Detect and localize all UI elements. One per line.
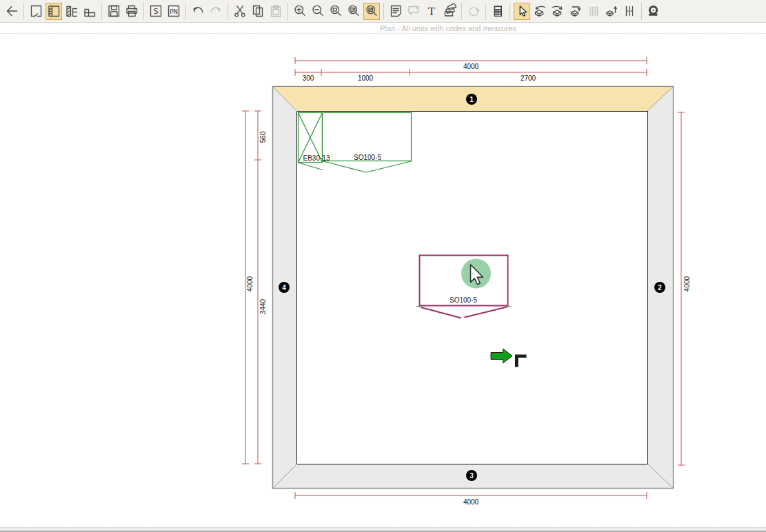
plan-view-button[interactable] [46,3,62,20]
cut-button[interactable] [232,3,248,20]
toolbar-separator [461,3,462,20]
distribute-button[interactable] [621,3,638,20]
elevation-view-button[interactable] [63,3,80,20]
dimension-top: 4000 300 1000 2700 [295,57,647,82]
schematic-button[interactable]: S [148,3,164,20]
toolbar-separator [288,3,288,20]
comment-button[interactable] [405,3,422,20]
dimension-label: 3440 [259,298,267,314]
copy-button[interactable] [250,3,266,20]
undo-button[interactable] [190,3,206,20]
toolbar-separator [510,3,510,20]
move-unit-icon [532,3,547,19]
rotate-unit-button[interactable] [567,3,584,20]
copy-icon [250,3,265,19]
plan-view-icon [46,3,61,19]
back-button[interactable] [3,3,20,20]
toolbar: S PN [0,0,766,23]
dimension-label: 300 [303,74,314,82]
dimension-left: 4000 560 3440 [242,111,267,464]
wall-marker-2[interactable]: 2 [654,282,665,293]
comment-icon [406,3,421,19]
save-button[interactable] [105,3,122,20]
zoom-actual-icon [346,3,361,19]
tape-measure-button[interactable] [645,3,662,20]
zoom-actual-button[interactable] [345,3,362,20]
dimension-label: 4000 [463,498,479,506]
wall-marker-4[interactable]: 4 [279,282,290,293]
svg-text:4: 4 [282,284,286,291]
toolbar-separator [23,3,24,20]
zoom-window-icon [328,3,343,19]
toolbar-separator [383,3,384,20]
toolbar-separator [101,3,102,20]
dimension-right: 4000 [678,112,691,465]
toolbar-separator [143,3,144,20]
rotate-unit-icon [568,3,583,19]
corner-elevation-icon [82,3,97,19]
wall-marker-1[interactable]: 1 [466,94,477,105]
plan-canvas[interactable]: 4000 300 1000 2700 4000 560 3440 4000 40… [0,33,766,527]
cut-icon [232,3,248,19]
tape-measure-icon [646,3,661,19]
move-unit-button[interactable] [532,3,548,20]
calculator-button[interactable] [490,3,506,20]
pointer-button[interactable] [514,3,530,20]
svg-text:PN: PN [170,8,178,15]
svg-text:3: 3 [470,472,474,480]
dimension-label: 4000 [463,63,479,70]
redo-icon [208,3,223,19]
materials-button[interactable] [441,3,458,20]
rotate-icon [466,3,481,19]
toolbar-separator [641,3,642,20]
redo-button[interactable] [208,3,224,20]
schematic-icon: S [148,3,163,19]
view-title-bar: Plan - All units with codes and measures [0,23,766,34]
raise-unit-icon [604,3,619,19]
text-tool-button[interactable]: T [423,3,440,20]
zoom-in-icon [292,3,308,19]
status-bar [0,527,766,532]
rotate-button[interactable] [465,3,482,20]
back-arrow-icon [4,3,19,19]
unit-code-label: SO100-5 [354,154,381,161]
corner-elevation-button[interactable] [81,3,98,20]
grid-icon [586,3,601,19]
text-tool-icon: T [424,3,439,19]
zoom-out-button[interactable] [310,3,326,20]
elevation-view-icon [64,3,79,19]
room-outline-button[interactable] [28,3,44,20]
wall-marker-3[interactable]: 3 [466,470,477,481]
zoom-out-icon [310,3,325,19]
replace-unit-icon [550,3,565,19]
view-title: Plan - All units with codes and measures [380,24,516,32]
replace-unit-button[interactable] [550,3,566,20]
dimension-label: 2700 [521,74,536,82]
cursor-overlay [461,259,491,289]
paste-icon [268,3,283,19]
dimension-label: 4000 [683,276,691,291]
panel-number-icon: PN [166,3,181,19]
distribute-icon [622,3,637,19]
print-button[interactable] [123,3,140,20]
dimension-bottom: 4000 [295,492,647,506]
dimension-label: 560 [259,131,267,143]
print-icon [124,3,139,19]
svg-text:S: S [154,7,159,16]
zoom-fit-button[interactable] [363,3,380,20]
paste-button[interactable] [268,3,284,20]
zoom-fit-icon [364,3,379,19]
pointer-icon [514,3,530,19]
zoom-window-button[interactable] [327,3,344,20]
toolbar-separator [485,3,486,20]
svg-text:1: 1 [470,96,474,103]
grid-button[interactable] [585,3,602,20]
zoom-in-button[interactable] [292,3,308,20]
note-button[interactable] [387,3,404,20]
raise-unit-button[interactable] [603,3,620,20]
svg-text:2: 2 [658,284,662,291]
unit-code-label: SO100-5 [450,296,477,304]
undo-icon [190,3,205,19]
panel-number-button[interactable]: PN [165,3,182,20]
room-outline-icon [28,3,43,19]
